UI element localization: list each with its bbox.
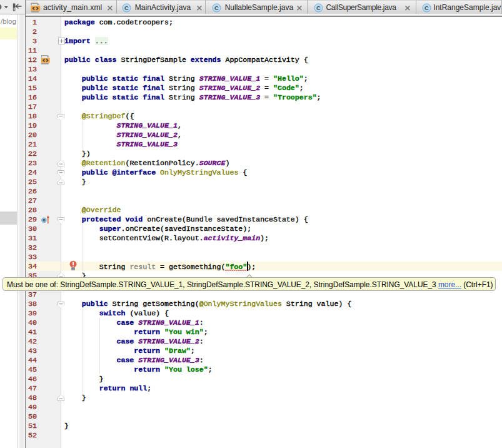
svg-text:C: C bbox=[316, 4, 321, 11]
svg-text:C: C bbox=[124, 4, 129, 11]
svg-text:C: C bbox=[424, 4, 429, 11]
svg-text:C: C bbox=[214, 4, 219, 11]
